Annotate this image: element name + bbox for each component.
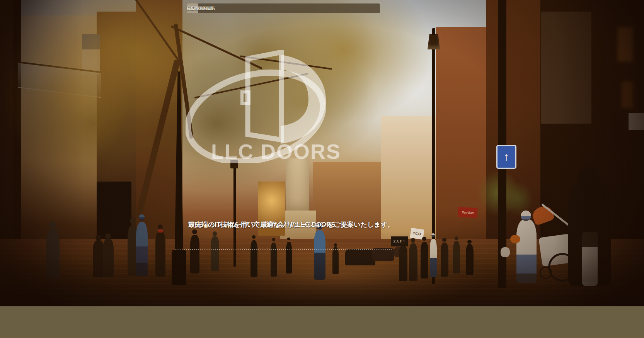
llc-doors-homepage: ↑ ZARA TCG Ray-Ban [0, 0, 644, 338]
person-white-shirt [430, 239, 437, 277]
woman-white-jacket [516, 219, 537, 283]
person-with-backpack [211, 236, 219, 271]
up-arrow-glyph: ↑ [504, 150, 509, 163]
parked-car [345, 249, 375, 265]
white-bag [501, 247, 510, 257]
person-blue-shirt [314, 230, 325, 280]
street-lamp-right-finial [432, 28, 435, 35]
orange-bag [510, 235, 520, 243]
footer: TOP ABOUT US COMPANY WORKS CONTACT Copyr… [0, 306, 644, 338]
bay-windows-far-right [541, 12, 591, 124]
person-silhouette [271, 243, 277, 277]
tree-golden-glow [0, 15, 131, 170]
pedicab-front-wheel [540, 267, 552, 279]
person-silhouette [453, 241, 460, 273]
building-brick-right [436, 27, 488, 270]
lit-window [622, 81, 633, 108]
person-silhouette [399, 246, 407, 281]
dotted-divider [175, 249, 392, 250]
logo-text: LLC DOORS [211, 139, 341, 163]
parked-car [372, 248, 394, 261]
up-arrow-traffic-sign: ↑ [496, 145, 516, 169]
person-silhouette [286, 242, 292, 273]
person-silhouette [103, 239, 114, 277]
tcg-sign-text: TCG [412, 231, 421, 236]
main-nav-bar: TOP ABOUT US COMPANY WORKS CONTACT [187, 3, 380, 13]
street-lamp-right-head [428, 34, 440, 49]
red-cap [158, 229, 163, 233]
lamp-post-center [233, 166, 236, 267]
lamp-post-left-base [172, 250, 186, 285]
person-silhouette [46, 229, 60, 279]
person-silhouette [250, 240, 257, 277]
person-silhouette [421, 242, 428, 279]
rayban-sign-text: Ray-Ban [462, 211, 474, 215]
person-silhouette [155, 231, 165, 277]
person-silhouette [409, 243, 417, 281]
nav-item-contact[interactable]: CONTACT [187, 3, 213, 13]
zara-shop-sign: ZARA [391, 236, 408, 246]
person-silhouette [332, 247, 339, 274]
hero-tagline-line2: 最先端のIT技術を用いて最適なソリューションをご提案いたします。 [188, 220, 394, 229]
person-blue-jacket [136, 222, 148, 276]
hero-street-photo: ↑ ZARA TCG Ray-Ban [0, 0, 644, 306]
site-logo: LLC DOORS [186, 50, 348, 174]
person-silhouette [190, 235, 199, 273]
rayban-shop-sign: Ray-Ban [458, 207, 477, 218]
sign-post-right [498, 0, 506, 288]
person-silhouette [466, 244, 474, 275]
person-silhouette [441, 243, 448, 277]
sign-right-edge [629, 113, 644, 130]
person-light-pants-legs [582, 232, 598, 286]
lit-window [618, 27, 633, 62]
